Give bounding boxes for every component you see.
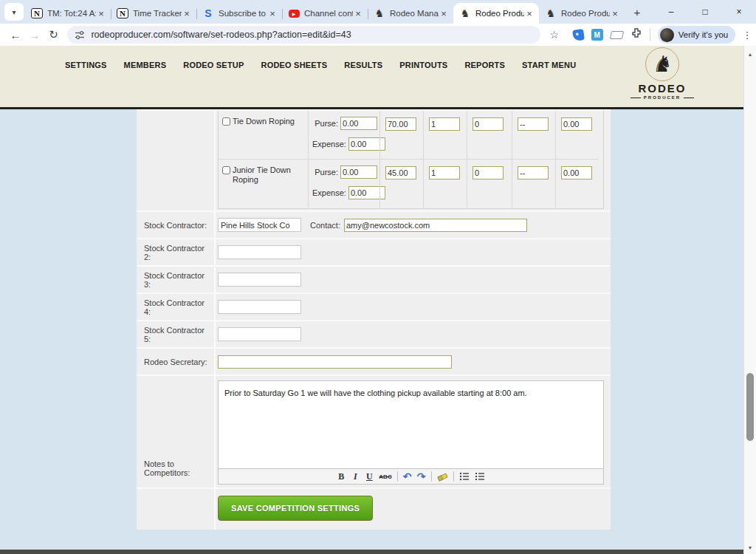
new-tab-button[interactable]: + [628,2,647,21]
reload-icon[interactable]: ↻ [44,28,63,41]
s-brand-icon: S [202,7,214,19]
purse-label: Purse: [312,119,338,128]
site-settings-icon[interactable] [75,30,85,40]
rodeo-secretary-input[interactable] [218,355,452,369]
italic-button[interactable]: I [351,471,360,482]
event-fee-input[interactable] [385,117,416,131]
logo-title: RODEO [638,82,686,95]
close-icon[interactable]: × [524,8,535,19]
page-scrollbar[interactable]: ▲ ▼ [743,46,756,554]
event-value-input[interactable] [561,117,592,131]
editor-toolbar: B I U ABC ↶ ↷ [218,469,604,485]
bookmark-star-icon[interactable]: ☆ [546,29,563,41]
scroll-up-icon[interactable]: ▲ [744,49,756,59]
m-extension-icon[interactable]: M [591,29,603,41]
save-row: SAVE COMPETITION SETTINGS [137,488,611,530]
nav-settings[interactable]: SETTINGS [65,61,107,69]
page-footer-edge [0,550,743,554]
card-extension-icon[interactable] [610,31,624,39]
back-icon[interactable]: ← [6,29,25,41]
forward-icon[interactable]: → [25,29,44,41]
nav-rodeo-sheets[interactable]: RODEO SHEETS [261,61,328,69]
purse-input[interactable] [340,165,377,179]
main-navigation: SETTINGS MEMBERS RODEO SETUP RODEO SHEET… [65,61,576,69]
event-name-label: Junior Tie Down Roping [233,165,306,185]
event-fee-input[interactable] [385,166,416,179]
bullet-list-icon[interactable] [459,472,470,481]
event-value-input[interactable] [429,117,460,131]
underline-button[interactable]: U [365,471,374,482]
horse-icon: ♞ [374,7,385,19]
numbered-list-icon[interactable] [475,472,485,481]
nav-reports[interactable]: REPORTS [464,61,505,69]
browser-menu-icon[interactable]: ⋮ [738,30,756,41]
maximize-button[interactable]: □ [688,0,722,24]
extensions-puzzle-icon[interactable] [630,27,642,42]
nav-start-menu[interactable]: START MENU [522,61,576,69]
stock-contractor-5-row: Stock Contractor 5: [137,320,611,347]
tab-subscribe[interactable]: S Subscribe to Siri × [196,3,282,24]
redo-icon[interactable]: ↷ [417,471,426,482]
chevron-down-icon: ▾ [12,8,16,16]
save-competition-settings-button[interactable]: SAVE COMPETITION SETTINGS [218,496,373,521]
scrollbar-thumb[interactable] [746,373,754,441]
close-icon[interactable]: × [439,8,449,19]
stock-contractor-5-input[interactable] [218,327,301,341]
event-checkbox[interactable] [222,117,230,126]
notes-label: Notes to Competitors: [144,376,212,488]
nav-members[interactable]: MEMBERS [124,61,167,69]
event-value-input[interactable] [518,166,549,179]
bold-button[interactable]: B [337,471,346,482]
tab-rodeo-producer-2[interactable]: ♞ Rodeo Producer × [539,3,625,24]
close-icon[interactable]: × [182,8,192,19]
nav-rodeo-setup[interactable]: RODEO SETUP [183,61,244,69]
stock-contractor-3-input[interactable] [218,273,301,287]
stock-contractor-input[interactable] [218,218,301,232]
stock-contractor-2-input[interactable] [218,245,301,259]
tab-search-button[interactable]: ▾ [4,3,24,21]
rodeo-producer-logo: ♞ RODEO PRODUCER [628,47,696,100]
event-name-cell: Junior Tie Down Roping [219,159,308,208]
event-name-label: Tie Down Roping [233,117,295,126]
address-bar[interactable]: rodeoproducer.com/software/set-rodeos.ph… [67,26,540,44]
scroll-down-icon[interactable]: ▼ [744,542,756,553]
tag-extension-icon[interactable] [572,29,585,41]
remove-format-icon[interactable] [437,472,448,482]
tab-notion-tm[interactable]: N TM: Tot:24 A:3, E × [25,3,111,24]
event-value-input[interactable] [518,117,549,131]
notes-row: Notes to Competitors: Prior to Saturday … [137,375,611,488]
event-value-input[interactable] [472,117,504,131]
contact-input[interactable] [344,219,527,232]
extension-icons: M [573,27,642,42]
close-window-button[interactable]: × [722,0,756,24]
strikethrough-button[interactable]: ABC [379,473,391,480]
tab-time-tracker[interactable]: N Time Tracker × [111,3,196,24]
expense-label: Expense: [312,188,346,197]
tab-title: Channel content [304,9,353,18]
close-icon[interactable]: × [353,8,363,19]
notion-icon: N [31,8,43,18]
profile-chip[interactable]: Verify it's you [658,26,735,44]
stock-contractor-row: Stock Contractor: Contact: [137,211,611,238]
close-icon[interactable]: × [267,8,278,19]
purse-input[interactable] [340,117,377,130]
tab-channel-content[interactable]: ▶ Channel content × [282,3,368,24]
event-value-input[interactable] [429,166,460,179]
undo-icon[interactable]: ↶ [403,471,412,482]
profile-label: Verify it's you [678,30,728,39]
tab-title: Rodeo Producer [561,9,610,18]
nav-printouts[interactable]: PRINTOUTS [399,61,447,69]
tab-title: Time Tracker [133,9,182,18]
events-section: Tie Down Roping Purse: Expense: [137,109,611,211]
stock-contractor-4-input[interactable] [218,300,301,314]
minimize-button[interactable]: – [654,0,688,24]
notes-textarea[interactable]: Prior to Saturday Go 1 we will have the … [218,380,604,469]
event-value-input[interactable] [561,166,592,179]
event-checkbox[interactable] [222,166,230,174]
close-icon[interactable]: × [96,8,106,19]
tab-rodeo-producer-active[interactable]: ♞ Rodeo Producer × [453,3,539,24]
nav-results[interactable]: RESULTS [344,61,382,69]
tab-rodeo-manager[interactable]: ♞ Rodeo Manager × [368,3,453,24]
close-icon[interactable]: × [610,8,620,19]
event-value-input[interactable] [472,166,504,179]
